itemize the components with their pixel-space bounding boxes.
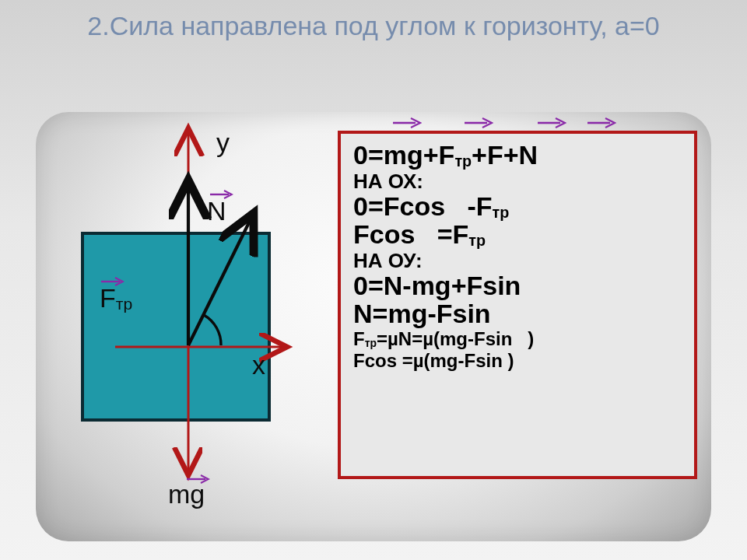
equation-line: Fcos =Fтр — [353, 221, 685, 247]
vector-mark-icon — [535, 117, 566, 129]
equation-line: 0=N-mg+Fsin — [353, 272, 685, 299]
equation-line: Fcos =µ(mg-Fsin ) — [353, 352, 685, 370]
equation-line: НА ОУ: — [353, 250, 685, 271]
equation-line: 0=mg+Fтр+F+N — [353, 142, 685, 168]
equation-line: Fтр=µN=µ(mg-Fsin ) — [353, 330, 685, 348]
equation-line: 0=Fcos -Fтр — [353, 193, 685, 219]
slide-title: 2.Сила направлена под углом к горизонту,… — [0, 9, 747, 43]
equation-line: НА ОХ: — [353, 171, 685, 191]
vector-mark-icon — [391, 117, 422, 129]
equation-line: N=mg-Fsin — [353, 300, 685, 327]
vector-mark-icon — [585, 117, 616, 129]
equations-panel: 0=mg+Fтр+F+N НА ОХ: 0=Fcos -Fтр Fcos =Fт… — [338, 131, 697, 479]
vector-mark-icon — [462, 117, 493, 129]
